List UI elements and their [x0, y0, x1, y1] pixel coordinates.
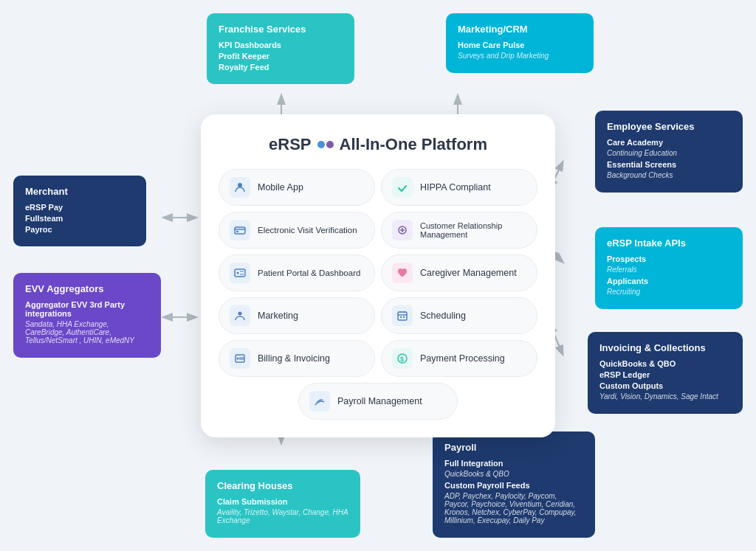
svg-point-14: [237, 271, 239, 274]
scheduling-label: Scheduling: [420, 311, 466, 321]
feature-billing[interactable]: Billing & Invoicing: [219, 340, 375, 377]
payroll-sub-1: QuickBooks & QBO: [444, 470, 583, 478]
employee-item-1: Care Academy: [607, 138, 731, 147]
evv-agg-sub-1: Sandata, HHA Exchange, CareBridge, Authe…: [25, 320, 149, 344]
diagram-wrapper: eRSP All-In-One Platform Mobile App HIPP…: [0, 0, 756, 551]
marketing-icon: [230, 305, 250, 326]
merchant-title: Merchant: [25, 186, 134, 197]
clearing-item-1: Claim Submission: [217, 497, 348, 506]
svg-rect-13: [235, 269, 245, 277]
employee-services-box: Employee Services Care Academy Continuin…: [595, 111, 743, 193]
payroll-box: Payroll Full Integration QuickBooks & QB…: [433, 432, 595, 538]
svg-rect-16: [398, 312, 407, 320]
invoicing-item-1: QuickBooks & QBO: [599, 359, 731, 368]
caregiver-icon: [392, 263, 413, 283]
payment-icon: $: [392, 348, 413, 369]
evv-agg-item-1: Aggregator EVV 3rd Party integrations: [25, 300, 149, 318]
invoicing-item-2: eRSP Ledger: [599, 370, 731, 379]
hippa-label: HIPPA Compliant: [420, 182, 491, 193]
evv-agg-box: EVV Aggregators Aggregator EVV 3rd Party…: [13, 273, 161, 358]
caregiver-label: Caregiver Management: [420, 268, 517, 278]
logo-dots: [317, 141, 334, 148]
svg-rect-11: [236, 231, 238, 232]
dot-blue: [317, 141, 325, 148]
marketing-crm-box: Marketing/CRM Home Care Pulse Surveys an…: [446, 13, 594, 73]
feature-crm[interactable]: Customer Relationship Management: [381, 212, 537, 249]
portal-icon: [230, 263, 250, 283]
feature-portal[interactable]: Patient Portal & Dashboard: [219, 254, 375, 291]
evv-label: Electronic Visit Verification: [258, 226, 357, 235]
ersp-intake-title: eRSP Intake APIs: [607, 238, 731, 249]
payroll-title: Payroll: [444, 442, 583, 453]
scheduling-icon: [392, 305, 413, 326]
svg-text:$: $: [400, 356, 404, 363]
evv-icon: [230, 220, 250, 240]
ersp-intake-sub-2: Recruiting: [607, 288, 731, 296]
invoicing-title: Invoicing & Collections: [599, 342, 731, 353]
ersp-intake-box: eRSP Intake APIs Prospects Referrals App…: [595, 227, 743, 309]
center-title: eRSP All-In-One Platform: [219, 135, 537, 154]
clearing-sub-1: Availity, Trizetto, Waystar, Change, HHA…: [217, 508, 348, 524]
feature-payroll[interactable]: Payroll Management: [298, 383, 458, 420]
portal-label: Patient Portal & Dashboard: [258, 268, 360, 277]
evv-agg-title: EVV Aggregators: [25, 283, 149, 294]
marketing-crm-sub-1: Surveys and Drip Marketing: [458, 52, 582, 60]
employee-title: Employee Services: [607, 121, 731, 132]
svg-point-20: [237, 357, 239, 359]
franchise-services-box: Franchise Services KPI Dashboards Profit…: [207, 13, 354, 84]
payment-label: Payment Processing: [420, 353, 505, 364]
mobile-app-icon: [230, 177, 250, 198]
features-grid: Mobile App HIPPA Compliant Electronic Vi…: [219, 169, 537, 420]
payroll-sub-2: ADP, Paychex, Paylocity, Paycom, Paycor,…: [444, 492, 583, 524]
payroll-label: Payroll Management: [337, 396, 422, 406]
ersp-intake-sub-1: Referrals: [607, 266, 731, 274]
billing-label: Billing & Invoicing: [258, 353, 330, 364]
clearing-houses-box: Clearing Houses Claim Submission Availit…: [205, 470, 360, 538]
feature-marketing[interactable]: Marketing: [219, 297, 375, 334]
ersp-brand: eRSP: [269, 135, 311, 154]
dot-purple: [326, 141, 334, 148]
clearing-title: Clearing Houses: [217, 480, 348, 491]
merchant-item-2: Fullsteam: [25, 214, 134, 223]
franchise-item-2: Profit Keeper: [219, 52, 343, 60]
center-card: eRSP All-In-One Platform Mobile App HIPP…: [201, 114, 555, 437]
crm-icon: [392, 220, 413, 240]
merchant-item-1: eRSP Pay: [25, 203, 134, 212]
franchise-item-1: KPI Dashboards: [219, 41, 343, 49]
svg-rect-17: [400, 316, 402, 318]
mobile-app-label: Mobile App: [258, 182, 303, 193]
payroll-item-1: Full Integration: [444, 459, 583, 468]
svg-point-9: [238, 183, 242, 187]
feature-caregiver[interactable]: Caregiver Management: [381, 254, 537, 291]
feature-payment[interactable]: $ Payment Processing: [381, 340, 537, 377]
marketing-crm-item-1: Home Care Pulse: [458, 41, 582, 49]
crm-label: Customer Relationship Management: [420, 221, 526, 239]
ersp-intake-item-2: Applicants: [607, 277, 731, 285]
feature-hippa[interactable]: HIPPA Compliant: [381, 169, 537, 206]
feature-mobile-app[interactable]: Mobile App: [219, 169, 375, 206]
employee-item-2: Essential Screens: [607, 160, 731, 169]
merchant-box: Merchant eRSP Pay Fullsteam Payroc: [13, 176, 146, 246]
ersp-intake-item-1: Prospects: [607, 254, 731, 263]
svg-rect-10: [235, 227, 245, 234]
platform-title: All-In-One Platform: [340, 135, 487, 154]
franchise-item-3: Royalty Feed: [219, 63, 343, 72]
payroll-item-2: Custom Payroll Feeds: [444, 481, 583, 490]
invoicing-sub-3: Yardi, Vision, Dynamics, Sage Intact: [599, 392, 731, 401]
feature-evv[interactable]: Electronic Visit Verification: [219, 212, 375, 249]
invoicing-item-3: Custom Outputs: [599, 381, 731, 390]
merchant-item-3: Payroc: [25, 225, 134, 234]
franchise-title: Franchise Services: [219, 24, 343, 35]
payroll-icon: [309, 391, 330, 412]
marketing-label: Marketing: [258, 311, 298, 321]
employee-sub-1: Continuing Education: [607, 149, 731, 157]
svg-rect-18: [403, 316, 405, 318]
marketing-crm-title: Marketing/CRM: [458, 24, 582, 35]
billing-icon: [230, 348, 250, 369]
invoicing-box: Invoicing & Collections QuickBooks & QBO…: [588, 332, 743, 414]
svg-point-15: [238, 311, 242, 315]
employee-sub-2: Background Checks: [607, 171, 731, 179]
feature-scheduling[interactable]: Scheduling: [381, 297, 537, 334]
hippa-icon: [392, 177, 413, 198]
